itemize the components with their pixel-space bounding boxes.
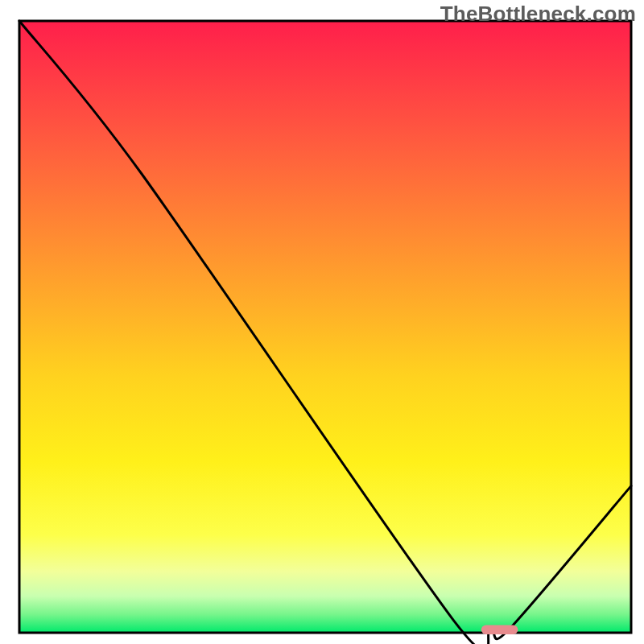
optimum-marker (481, 625, 518, 634)
watermark-text: TheBottleneck.com (440, 2, 636, 27)
chart-frame: TheBottleneck.com (0, 0, 644, 644)
gradient-background (19, 21, 631, 633)
bottleneck-chart (0, 0, 644, 644)
